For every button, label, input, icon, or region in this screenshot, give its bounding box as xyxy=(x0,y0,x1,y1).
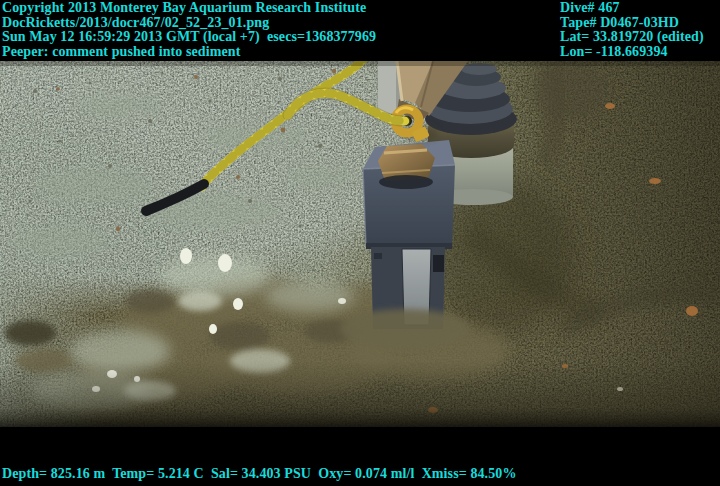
sediment-mound xyxy=(340,309,470,349)
latitude-line: Lat= 33.819720 (edited) xyxy=(560,30,704,45)
file-path-line: DocRicketts/2013/docr467/02_52_23_01.png xyxy=(2,16,376,31)
peeper-probe xyxy=(363,140,455,329)
seafloor-photo xyxy=(0,61,720,427)
dive-number-line: Dive# 467 xyxy=(560,1,704,16)
top-left-text-block: Copyright 2013 Monterey Bay Aquarium Res… xyxy=(2,1,376,59)
top-right-text-block: Dive# 467 Tape# D0467-03HD Lat= 33.81972… xyxy=(560,1,704,59)
copyright-line: Copyright 2013 Monterey Bay Aquarium Res… xyxy=(2,1,376,16)
top-overlay-bar: Copyright 2013 Monterey Bay Aquarium Res… xyxy=(0,0,720,61)
seafloor-scene xyxy=(0,61,720,427)
bottom-overlay-bar: Depth= 825.16 m Temp= 5.214 C Sal= 34.40… xyxy=(0,427,720,486)
tape-number-line: Tape# D0467-03HD xyxy=(560,16,704,31)
bottom-vignette xyxy=(0,361,720,427)
video-frame: Copyright 2013 Monterey Bay Aquarium Res… xyxy=(0,0,720,486)
longitude-line: Lon= -118.669394 xyxy=(560,45,704,60)
annotation-line: Peeper: comment pushed into sediment xyxy=(2,45,376,60)
timestamp-line: Sun May 12 16:59:29 2013 GMT (local +7) … xyxy=(2,30,376,45)
telemetry-line: Depth= 825.16 m Temp= 5.214 C Sal= 34.40… xyxy=(2,467,516,482)
